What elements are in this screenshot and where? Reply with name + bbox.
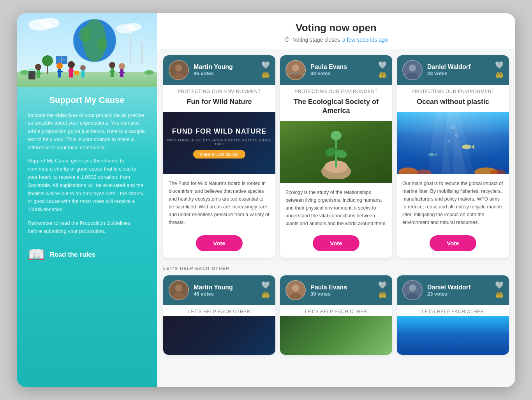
avatar-daniel-image: [403, 61, 422, 79]
svg-rect-31: [69, 68, 73, 78]
card-sm-image-daniel: [397, 316, 509, 355]
card-sm-votes-paula: 38 votes: [310, 291, 373, 297]
sidebar-hero: [17, 13, 157, 87]
heart-icon-paula[interactable]: 🤍: [378, 61, 387, 69]
svg-point-30: [68, 61, 75, 68]
voting-time[interactable]: a few seconds ago: [342, 37, 388, 43]
card-sm-icons-daniel: 🤍 🤲: [495, 281, 504, 300]
card-sm-category-martin: Let's help each other: [163, 305, 275, 316]
card-sm-daniel: Daniel Waldorf 23 votes 🤍 🤲 Let's help e…: [397, 275, 509, 355]
card-paula-evans: Paula Evans 38 votes 🤍 🤲 Protecting our …: [280, 55, 392, 259]
avatar-martin-image: [169, 61, 188, 79]
svg-point-58: [331, 131, 342, 140]
main-cards-section: Martin Young 46 votes 🤍 🤲 Protecting our…: [157, 49, 515, 263]
avatar-sm-daniel-img: [403, 281, 422, 300]
card-sm-category-paula: Let's help each other: [280, 305, 392, 316]
heart-icon-daniel[interactable]: 🤍: [495, 61, 504, 69]
avatar-sm-daniel: [402, 280, 423, 300]
sidebar-paragraph-3: Remember to read the Proposition Guideli…: [28, 219, 146, 236]
avatar-sm-martin: [169, 280, 189, 300]
card-sm-header-paula: Paula Evans 38 votes 🤍 🤲: [280, 275, 392, 305]
avatar-martin: [169, 60, 189, 80]
card-header-daniel: Daniel Waldorf 23 votes 🤍 🤲: [397, 55, 509, 85]
card-sm-votes-martin: 46 votes: [194, 291, 257, 297]
voting-title: Voting now open: [165, 22, 507, 34]
svg-point-73: [428, 153, 435, 156]
svg-rect-40: [120, 69, 123, 77]
heart-icon-martin[interactable]: 🤍: [261, 61, 270, 69]
sidebar-paragraph-2: Support My Cause gives you the chance to…: [28, 157, 146, 214]
card-daniel-waldorf: Daniel Waldorf 23 votes 🤍 🤲 Protecting o…: [397, 55, 509, 259]
wild-nature-image-btn[interactable]: Make a Contribution: [193, 150, 245, 159]
card-sm-info-martin: Martin Young 46 votes: [194, 284, 257, 297]
card-sm-icons-paula: 🤍 🤲: [378, 281, 387, 300]
heart-icon-sm-martin[interactable]: 🤍: [261, 281, 270, 289]
svg-point-27: [56, 63, 63, 69]
card-desc-paula: Ecology is the study of the relationship…: [280, 183, 392, 231]
card-name-paula: Paula Evans: [310, 63, 373, 70]
heart-icon-sm-daniel[interactable]: 🤍: [495, 281, 504, 289]
sidebar-title: Support My Cause: [28, 95, 146, 105]
voting-header: Voting now open ⏱ Voting stage closes a …: [157, 13, 515, 49]
card-sm-icons-martin: 🤍 🤲: [261, 281, 270, 300]
card-sm-header-martin: Martin Young 46 votes 🤍 🤲: [163, 275, 275, 305]
svg-point-79: [175, 285, 182, 292]
avatar-paula-image: [286, 61, 305, 79]
card-sm-info-daniel: Daniel Waldorf 23 votes: [427, 284, 490, 297]
svg-point-60: [409, 64, 416, 71]
card-sm-header-daniel: Daniel Waldorf 23 votes 🤍 🤲: [397, 275, 509, 305]
vote-button-paula[interactable]: Vote: [313, 235, 359, 251]
card-header-paula: Paula Evans 38 votes 🤍 🤲: [280, 55, 392, 85]
card-sm-image-martin: [163, 316, 275, 355]
svg-rect-28: [58, 69, 61, 78]
hand-icon-paula[interactable]: 🤲: [378, 71, 387, 79]
svg-rect-35: [81, 70, 85, 78]
heart-icon-sm-paula[interactable]: 🤍: [378, 281, 387, 289]
svg-point-2: [40, 18, 60, 28]
hand-icon-sm-paula[interactable]: 🤲: [378, 291, 387, 300]
card-icons-daniel: 🤍 🤲: [495, 61, 504, 79]
svg-point-39: [119, 63, 125, 69]
hand-icon-sm-martin[interactable]: 🤲: [261, 291, 270, 300]
read-rules-button[interactable]: 📖 Read the rules: [28, 247, 146, 263]
card-name-martin: Martin Young: [194, 63, 257, 70]
card-desc-daniel: Our main goal is to reduce the global im…: [397, 174, 509, 231]
card-project-title-martin: Fun for Wild Nature: [163, 96, 275, 112]
voting-subtitle: ⏱ Voting stage closes a few seconds ago: [165, 36, 507, 43]
avatar-sm-paula: [285, 280, 306, 300]
svg-rect-37: [111, 68, 114, 77]
card-icons-martin: 🤍 🤲: [261, 61, 270, 79]
vote-button-martin[interactable]: Vote: [196, 235, 242, 251]
hand-icon-sm-daniel[interactable]: 🤲: [495, 291, 504, 300]
card-votes-paula: 38 votes: [310, 70, 373, 76]
svg-point-44: [144, 70, 154, 75]
wild-nature-image-text: FUND FOR WILD NATURE: [172, 127, 267, 136]
sidebar-content: Support My Cause Indicate the objectives…: [17, 87, 157, 263]
card-sm-paula: Paula Evans 38 votes 🤍 🤲 Let's help each…: [280, 275, 392, 355]
svg-rect-42: [28, 71, 35, 79]
card-header-martin: Martin Young 46 votes 🤍 🤲: [163, 55, 275, 85]
voting-stage-text: Voting stage closes: [293, 37, 340, 43]
svg-point-71: [462, 144, 471, 149]
card-sm-votes-daniel: 23 votes: [427, 291, 490, 297]
rules-label: Read the rules: [50, 251, 95, 259]
svg-point-36: [109, 62, 115, 68]
card-project-title-paula: The Ecological Society of America: [280, 96, 392, 121]
card-image-wild-nature: FUND FOR WILD NATURE INVESTING IN FEISTY…: [163, 112, 275, 174]
svg-point-46: [175, 64, 182, 71]
hand-icon-martin[interactable]: 🤲: [261, 71, 270, 79]
svg-point-22: [35, 64, 41, 70]
card-sm-image-paula: [280, 316, 392, 355]
section2-label: LET'S HELP EACH OTHER: [157, 263, 515, 272]
card-martin-young: Martin Young 46 votes 🤍 🤲 Protecting our…: [163, 55, 275, 259]
main-content: Voting now open ⏱ Voting stage closes a …: [157, 13, 515, 387]
card-sm-category-daniel: Let's help each other: [397, 305, 509, 316]
card-sm-name-martin: Martin Young: [194, 284, 257, 291]
card-sm-info-paula: Paula Evans 38 votes: [310, 284, 373, 297]
vote-button-daniel[interactable]: Vote: [430, 235, 476, 251]
card-image-ecology: [280, 121, 392, 183]
card-votes-martin: 46 votes: [194, 70, 257, 76]
hand-icon-daniel[interactable]: 🤲: [495, 71, 504, 79]
avatar-sm-paula-img: [286, 281, 305, 300]
rules-book-icon: 📖: [28, 247, 45, 263]
